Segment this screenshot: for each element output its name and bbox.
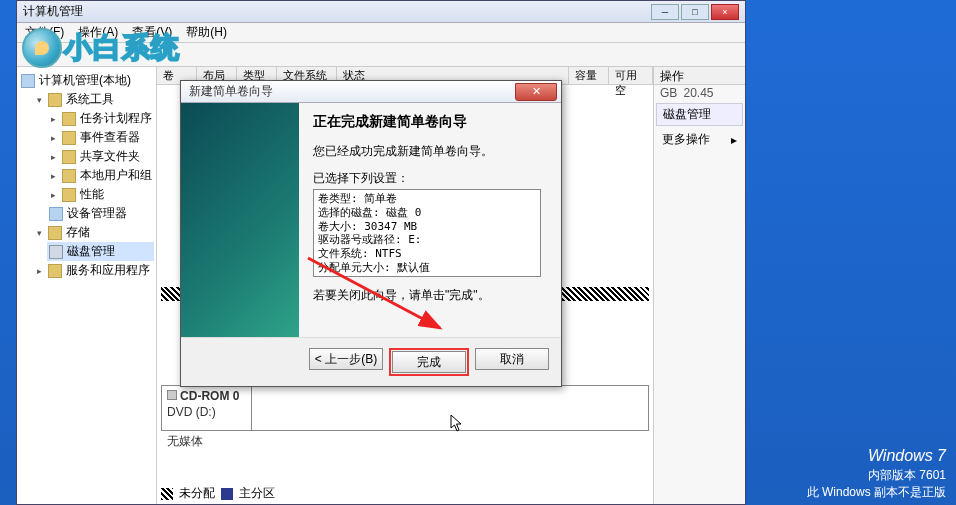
tree-label: 性能 (80, 186, 104, 203)
cdrom-label: CD-ROM 0 (180, 389, 239, 403)
windows-notgenuine: 此 Windows 副本不是正版 (807, 484, 946, 501)
tree-devmgr[interactable]: 设备管理器 (47, 204, 154, 223)
computer-icon (21, 74, 35, 88)
tree-label: 任务计划程序 (80, 110, 152, 127)
device-icon (49, 207, 63, 221)
tree-root[interactable]: 计算机管理(本地) (19, 71, 154, 90)
menu-action[interactable]: 操作(A) (78, 24, 118, 41)
wizard-selected-label: 已选择下列设置： (313, 170, 547, 187)
toolbar (17, 43, 745, 67)
tree-event[interactable]: ▸事件查看器 (47, 128, 154, 147)
actions-group-header: 磁盘管理 (656, 103, 743, 126)
close-button[interactable]: × (711, 4, 739, 20)
menu-help[interactable]: 帮助(H) (186, 24, 227, 41)
back-button[interactable]: < 上一步(B) (309, 348, 383, 370)
chevron-right-icon: ▸ (49, 171, 58, 181)
wizard-side-graphic (181, 103, 299, 337)
new-volume-wizard-dialog: 新建简单卷向导 ✕ 正在完成新建简单卷向导 您已经成功完成新建简单卷向导。 已选… (180, 80, 562, 387)
tree-label: 共享文件夹 (80, 148, 140, 165)
task-icon (62, 112, 76, 126)
wizard-heading: 正在完成新建简单卷向导 (313, 113, 547, 131)
tree-label: 存储 (66, 224, 90, 241)
storage-icon (48, 226, 62, 240)
users-icon (62, 169, 76, 183)
tree-label: 设备管理器 (67, 205, 127, 222)
more-actions-link[interactable]: 更多操作▸ (654, 128, 745, 151)
disk-icon (49, 245, 63, 259)
actions-pane: 操作 GB 20.45 磁盘管理 更多操作▸ (653, 67, 745, 504)
cdrom-nomedia: 无媒体 (167, 434, 203, 448)
tree-services[interactable]: ▸服务和应用程序 (33, 261, 154, 280)
chevron-right-icon: ▸ (49, 190, 58, 200)
legend-swatch-primary (221, 488, 233, 500)
tree-shared[interactable]: ▸共享文件夹 (47, 147, 154, 166)
annotation-arrow (300, 250, 460, 340)
tree-perf[interactable]: ▸性能 (47, 185, 154, 204)
chevron-right-icon: ▸ (731, 133, 737, 147)
disk-row-right (252, 386, 648, 430)
disk-row-left: CD-ROM 0 DVD (D:) 无媒体 (162, 386, 252, 430)
legend: 未分配 主分区 (161, 485, 275, 502)
chevron-right-icon: ▸ (49, 133, 58, 143)
tree-label: 系统工具 (66, 91, 114, 108)
window-title: 计算机管理 (23, 3, 649, 20)
menu-view[interactable]: 查看(V) (132, 24, 172, 41)
tree-label: 事件查看器 (80, 129, 140, 146)
menu-bar: 文件(F) 操作(A) 查看(V) 帮助(H) (17, 23, 745, 43)
chevron-right-icon: ▸ (35, 266, 44, 276)
windows-build: 内部版本 7601 (807, 467, 946, 484)
dialog-title: 新建简单卷向导 (189, 83, 515, 100)
tree-diskmgmt[interactable]: 磁盘管理 (47, 242, 154, 261)
legend-swatch-unalloc (161, 488, 173, 500)
finish-highlight: 完成 (389, 348, 469, 376)
menu-file[interactable]: 文件(F) (25, 24, 64, 41)
chevron-right-icon: ▸ (49, 152, 58, 162)
tree-users[interactable]: ▸本地用户和组 (47, 166, 154, 185)
col-cap[interactable]: 容量 (569, 67, 609, 84)
tree-systools[interactable]: ▾系统工具 (33, 90, 154, 109)
wizard-done-msg: 您已经成功完成新建简单卷向导。 (313, 143, 547, 160)
chevron-right-icon: ▸ (49, 114, 58, 124)
nav-tree: 计算机管理(本地) ▾系统工具 ▸任务计划程序 ▸事件查看器 ▸共享文件夹 ▸本… (17, 67, 157, 504)
gb-row: GB 20.45 (654, 85, 745, 101)
finish-button[interactable]: 完成 (392, 351, 466, 373)
tree-label: 磁盘管理 (67, 243, 115, 260)
windows-brand: Windows 7 (807, 445, 946, 467)
disk-row-cdrom[interactable]: CD-ROM 0 DVD (D:) 无媒体 (161, 385, 649, 431)
perf-icon (62, 188, 76, 202)
cancel-button[interactable]: 取消 (475, 348, 549, 370)
chevron-down-icon: ▾ (35, 95, 44, 105)
col-free[interactable]: 可用空 (609, 67, 653, 84)
tree-label: 服务和应用程序 (66, 262, 150, 279)
cdrom-letter: DVD (D:) (167, 405, 216, 419)
minimize-button[interactable]: ─ (651, 4, 679, 20)
tree-label: 本地用户和组 (80, 167, 152, 184)
tree-root-label: 计算机管理(本地) (39, 72, 131, 89)
maximize-button[interactable]: □ (681, 4, 709, 20)
share-icon (62, 150, 76, 164)
legend-primary: 主分区 (239, 485, 275, 502)
window-titlebar[interactable]: 计算机管理 ─ □ × (17, 1, 745, 23)
actions-header: 操作 (654, 67, 745, 85)
more-actions-label: 更多操作 (662, 131, 710, 148)
services-icon (48, 264, 62, 278)
chevron-down-icon: ▾ (35, 228, 44, 238)
dialog-close-button[interactable]: ✕ (515, 83, 557, 101)
svg-line-0 (308, 258, 440, 328)
desktop-watermark: Windows 7 内部版本 7601 此 Windows 副本不是正版 (807, 445, 946, 501)
legend-unalloc: 未分配 (179, 485, 215, 502)
dialog-footer: < 上一步(B) 完成 取消 (181, 337, 561, 386)
tree-storage[interactable]: ▾存储 (33, 223, 154, 242)
cdrom-icon (167, 390, 177, 400)
event-icon (62, 131, 76, 145)
tree-task[interactable]: ▸任务计划程序 (47, 109, 154, 128)
dialog-titlebar[interactable]: 新建简单卷向导 ✕ (181, 81, 561, 103)
folder-icon (48, 93, 62, 107)
